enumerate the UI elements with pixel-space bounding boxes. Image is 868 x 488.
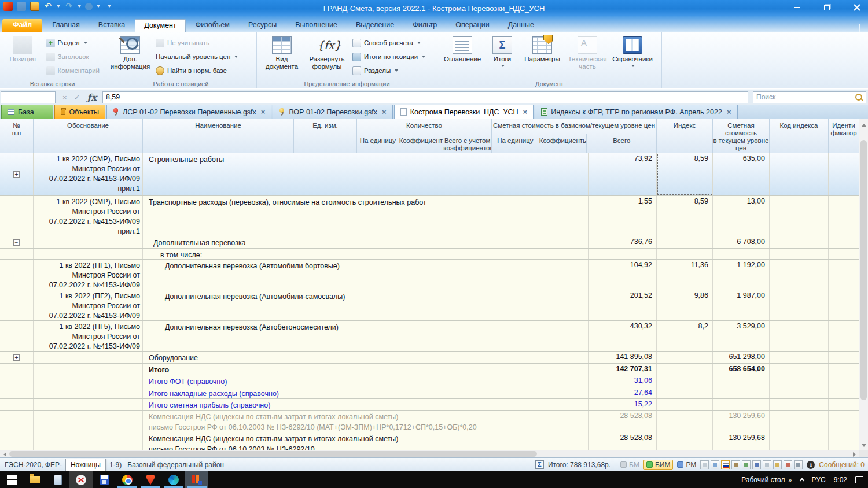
cell-name[interactable]: Компенсация НДС (индексы по статьям затр…: [143, 411, 589, 432]
cell-total-base[interactable]: 31,06: [589, 375, 657, 387]
start-button[interactable]: [0, 471, 23, 488]
table-row[interactable]: Итого накладные расходы (справочно) 27,6…: [0, 387, 859, 399]
header-qty-unit[interactable]: На единицу: [357, 134, 399, 153]
snipping-tool-window-title[interactable]: Ножницы: [65, 459, 106, 471]
tab-lsr-01-02[interactable]: ЛСР 01-02 Перевозки Переменные.gsfx ×: [106, 105, 271, 119]
cell-total-current[interactable]: 6 708,00: [713, 236, 770, 248]
close-tab-icon[interactable]: ×: [727, 108, 731, 116]
table-row[interactable]: + Оборудование 141 895,08 651 298,00: [0, 352, 859, 364]
table-row[interactable]: в том числе:: [0, 249, 859, 260]
tab-filtr[interactable]: Фильтр: [404, 19, 446, 32]
view-mode-russia-icon[interactable]: [721, 460, 730, 469]
sections-button[interactable]: Разделы: [350, 64, 428, 77]
cell-name[interactable]: Дополнительная перевозка (Автомобили-сам…: [143, 290, 589, 320]
calculator-icon[interactable]: [46, 471, 69, 488]
cancel-icon[interactable]: ×: [62, 93, 67, 102]
cell-total-base[interactable]: 736,76: [589, 236, 657, 248]
header-index-code[interactable]: Код индекса: [770, 119, 829, 153]
tab-glavnaya[interactable]: Главная: [43, 19, 89, 32]
header-qty-coef[interactable]: Коэффициенты: [399, 134, 444, 153]
horizontal-scrollbar[interactable]: [0, 450, 859, 457]
search-input[interactable]: Поиск: [753, 91, 866, 103]
notification-center-icon[interactable]: [855, 476, 863, 483]
cell-name[interactable]: Итого: [143, 364, 589, 375]
header-current-cost[interactable]: Сметная стоимость в текущем уровне цен: [713, 119, 770, 153]
tab-fizobem[interactable]: Физобъем: [187, 19, 238, 32]
close-button[interactable]: [849, 2, 865, 13]
horizontal-scroll-thumb[interactable]: [9, 451, 537, 457]
scroll-down-icon[interactable]: [859, 441, 868, 450]
cell-name[interactable]: Итого накладные расходы (справочно): [143, 387, 589, 398]
cell-basis[interactable]: 1 кв 2022 (ПГ2), Письмо Минстроя России …: [34, 290, 143, 320]
table-row[interactable]: 1 кв 2022 (СМР), Письмо Минстроя России …: [0, 196, 859, 236]
tab-operacii[interactable]: Операции: [447, 19, 498, 32]
sections-dropdown-icon[interactable]: [395, 69, 398, 72]
formula-input[interactable]: 8,59: [102, 91, 748, 103]
tab-vypolnenie[interactable]: Выполнение: [286, 19, 346, 32]
initial-price-level-button[interactable]: Начальный уровень цен: [153, 50, 241, 64]
cell-total-current[interactable]: 635,00: [713, 153, 770, 195]
cell-total-base[interactable]: 15,22: [589, 399, 657, 410]
tab-kostroma-active[interactable]: Кострома Перевозки_НДС_УСН ×: [394, 105, 534, 119]
collapse-icon[interactable]: −: [13, 239, 20, 246]
section-button[interactable]: Раздел: [43, 36, 102, 50]
cell-index[interactable]: 11,36: [657, 260, 713, 290]
position-totals-dropdown-icon[interactable]: [422, 56, 425, 58]
minimize-button[interactable]: [789, 2, 804, 13]
expand-icon[interactable]: +: [13, 354, 20, 361]
grand-smeta-taskbar-icon[interactable]: [185, 471, 208, 488]
cell-total-base[interactable]: 28 528,08: [589, 411, 657, 432]
desktop-more-icon[interactable]: »: [788, 476, 792, 483]
view-mode-icon[interactable]: [773, 460, 782, 469]
header-basis[interactable]: Обоснование: [34, 119, 143, 153]
cell-total-base[interactable]: 104,92: [589, 260, 657, 290]
price-level-dropdown-icon[interactable]: [234, 56, 238, 58]
tab-vydelenie[interactable]: Выделение: [347, 19, 403, 32]
vertical-scroll-thumb[interactable]: [860, 140, 867, 400]
section-dropdown-icon[interactable]: [84, 42, 87, 44]
estimate-file-icon[interactable]: [93, 471, 116, 488]
cell-name[interactable]: Итого ФОТ (справочно): [143, 375, 589, 387]
cell-total-base[interactable]: 27,64: [589, 387, 657, 398]
header-num[interactable]: № п.п: [0, 119, 34, 153]
cell-name[interactable]: Итого сметная прибыль (справочно): [143, 399, 589, 410]
header-name[interactable]: Наименование: [143, 119, 294, 153]
tab-dannye[interactable]: Данные: [499, 19, 543, 32]
table-row[interactable]: 1 кв 2022 (ПГ2), Письмо Минстроя России …: [0, 290, 859, 321]
cell-total-current[interactable]: 130 259,68: [713, 432, 770, 450]
tab-dokument[interactable]: Документ: [135, 19, 185, 32]
doc-view-button[interactable]: Вид документа: [259, 34, 304, 71]
tab-indeksy-fer[interactable]: Индексы к ФЕР, ТЕР по регионам РФ. Апрел…: [535, 105, 737, 119]
toc-button[interactable]: Оглавление: [440, 34, 485, 63]
tray-expand-icon[interactable]: [799, 478, 804, 483]
view-mode-icon[interactable]: [700, 460, 709, 469]
cell-index-selected[interactable]: 8,59: [657, 153, 713, 195]
table-row[interactable]: − Дополнительная перевозка 736,76 6 708,…: [0, 236, 859, 249]
cell-name[interactable]: Строительные работы: [143, 153, 589, 195]
bim-toggle[interactable]: БИМ: [643, 460, 674, 470]
scroll-up-icon[interactable]: [859, 120, 868, 130]
close-tab-icon[interactable]: ×: [382, 108, 387, 116]
cell-index[interactable]: 8,2: [657, 321, 713, 351]
parameters-button[interactable]: Параметры: [520, 34, 565, 63]
position-totals-button[interactable]: Итоги по позиции: [350, 50, 428, 64]
snipping-tool-icon[interactable]: [69, 471, 93, 488]
extra-info-button[interactable]: Доп. информация: [108, 34, 153, 71]
view-mode-icon[interactable]: [711, 460, 719, 469]
cell-basis[interactable]: 1 кв 2022 (СМР), Письмо Минстроя России …: [34, 196, 143, 236]
cell-total-current[interactable]: 3 529,00: [713, 321, 770, 351]
view-mode-icon[interactable]: [784, 460, 792, 469]
file-explorer-icon[interactable]: [23, 471, 46, 488]
tab-obekty[interactable]: Объекты: [54, 105, 105, 119]
collapse-ribbon-icon[interactable]: [859, 25, 863, 30]
cell-index[interactable]: 9,86: [657, 290, 713, 320]
expand-formulas-button[interactable]: {fx} Развернуть формулы: [304, 34, 350, 71]
table-row-total[interactable]: Итого 142 707,31 658 654,00: [0, 364, 859, 375]
references-button[interactable]: Справочники: [610, 34, 655, 67]
cell-total-current[interactable]: 13,00: [713, 196, 770, 236]
header-cost-total[interactable]: Всего: [587, 134, 656, 153]
cell-total-current[interactable]: 1 192,00: [713, 260, 770, 290]
cell-name[interactable]: Оборудование: [143, 352, 589, 363]
cell-name-box[interactable]: [1, 91, 56, 103]
restore-button[interactable]: [819, 2, 834, 13]
